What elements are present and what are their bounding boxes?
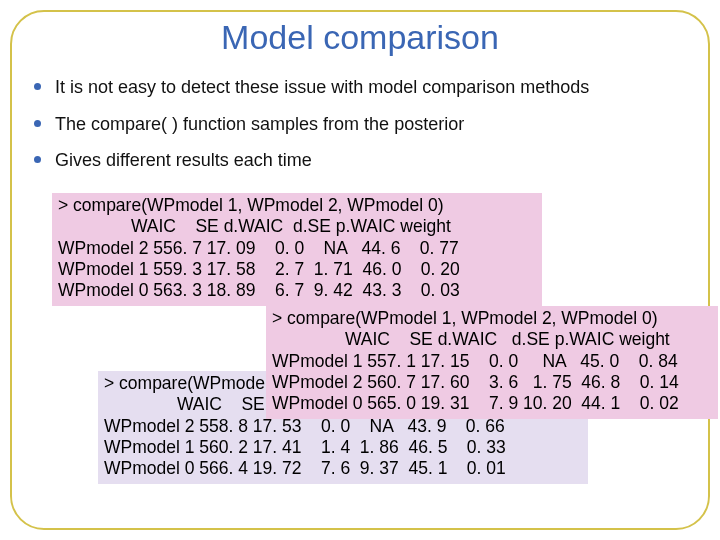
- slide-title: Model comparison: [12, 18, 708, 57]
- list-item: It is not easy to detect these issue wit…: [34, 76, 686, 99]
- bullet-text: The compare( ) function samples from the…: [55, 113, 686, 136]
- compare-output-c: > compare(WPmodel 1, WPmodel 2, WPmodel …: [266, 306, 718, 419]
- bullet-text: It is not easy to detect these issue wit…: [55, 76, 686, 99]
- bullet-text: Gives different results each time: [55, 149, 686, 172]
- compare-output-a: > compare(WPmodel 1, WPmodel 2, WPmodel …: [52, 193, 542, 306]
- list-item: The compare( ) function samples from the…: [34, 113, 686, 136]
- slide-frame: Model comparison It is not easy to detec…: [10, 10, 710, 530]
- bullet-list: It is not easy to detect these issue wit…: [34, 76, 686, 186]
- list-item: Gives different results each time: [34, 149, 686, 172]
- bullet-icon: [34, 156, 41, 163]
- bullet-icon: [34, 83, 41, 90]
- bullet-icon: [34, 120, 41, 127]
